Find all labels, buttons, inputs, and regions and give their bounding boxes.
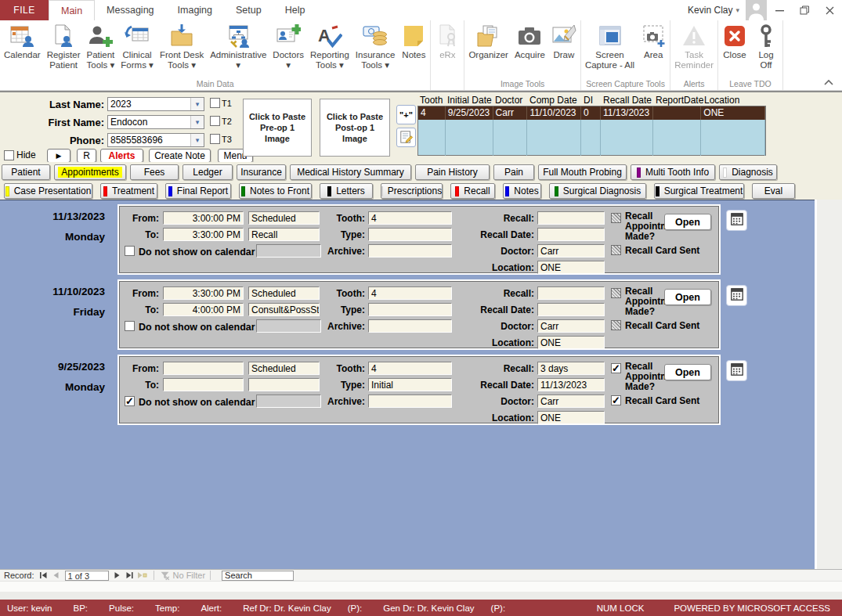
- screen-capture-area-button[interactable]: Area: [638, 20, 669, 71]
- location-field[interactable]: ONE: [537, 411, 605, 424]
- archive-field[interactable]: [368, 319, 452, 333]
- recall-card-sent-checkbox[interactable]: [611, 395, 621, 405]
- alerts-button[interactable]: Alerts: [100, 149, 143, 163]
- notes-button[interactable]: Notes: [398, 20, 429, 71]
- status-field[interactable]: Scheduled: [248, 286, 320, 300]
- from-time-field[interactable]: [163, 362, 244, 375]
- open-button[interactable]: Open: [664, 214, 711, 230]
- clinical-forms-button[interactable]: ClinicalForms ▾: [117, 20, 157, 71]
- preop-image-paste-box[interactable]: Click to Paste Pre-op 1 Image: [243, 99, 312, 157]
- screen-capture-all-button[interactable]: ScreenCapture - All: [582, 20, 638, 71]
- t2-checkbox[interactable]: [210, 116, 220, 126]
- collapse-ribbon-icon[interactable]: [823, 77, 834, 87]
- do-not-show-checkbox[interactable]: [125, 396, 135, 406]
- calendar-popup-button[interactable]: [726, 210, 747, 231]
- location-field[interactable]: ONE: [537, 336, 605, 349]
- recall-field[interactable]: [537, 211, 605, 225]
- tab-imaging[interactable]: Imaging: [166, 0, 224, 20]
- phone-combobox[interactable]: ▾: [107, 133, 204, 147]
- filter-icon[interactable]: [160, 571, 171, 580]
- appointment-kind-field[interactable]: Recall: [248, 228, 320, 241]
- tab-ledger[interactable]: Ledger: [182, 164, 233, 180]
- type-field[interactable]: Initial: [368, 378, 452, 391]
- restore-button[interactable]: [792, 0, 817, 20]
- doctor-field[interactable]: Carr: [537, 319, 605, 333]
- tooth-field[interactable]: 4: [368, 362, 452, 375]
- create-note-button[interactable]: Create Note: [149, 149, 211, 163]
- draw-button[interactable]: Draw: [548, 20, 580, 71]
- do-not-show-checkbox[interactable]: [125, 246, 135, 256]
- table-row-selected[interactable]: 4 9/25/2023 Carr 11/10/2023 0 11/13/2023…: [418, 106, 765, 120]
- tab-surgical-diagnosis[interactable]: Surgical Diagnosis: [549, 183, 646, 199]
- record-position-box[interactable]: 1 of 3: [65, 571, 109, 581]
- tab-pain-history[interactable]: Pain History: [415, 164, 490, 180]
- calendar-popup-button[interactable]: [726, 285, 747, 306]
- vertical-scrollbar-track[interactable]: [815, 200, 842, 581]
- minimize-button[interactable]: [767, 0, 792, 20]
- tab-treatment[interactable]: Treatment: [100, 183, 157, 199]
- reporting-tools-button[interactable]: A ReportingTools ▾: [307, 20, 352, 71]
- acquire-button[interactable]: Acquire: [511, 20, 548, 71]
- recall-card-sent-checkbox[interactable]: [611, 320, 621, 330]
- organizer-button[interactable]: Organizer: [465, 20, 511, 71]
- tab-recall[interactable]: Recall: [450, 183, 495, 199]
- chevron-down-icon[interactable]: ▾: [190, 134, 204, 146]
- recall-appointment-made-checkbox[interactable]: [611, 213, 621, 223]
- tab-prescriptions[interactable]: Prescriptions: [381, 183, 443, 199]
- tab-notes-to-front[interactable]: Notes to Front: [239, 183, 312, 199]
- chevron-down-icon[interactable]: ▾: [190, 116, 204, 128]
- tab-patient[interactable]: Patient: [2, 164, 50, 180]
- first-record-button[interactable]: [38, 571, 49, 580]
- location-field[interactable]: ONE: [537, 261, 605, 274]
- add-tooth-button[interactable]: "+": [396, 105, 416, 124]
- tooth-note-button[interactable]: [396, 128, 416, 147]
- hide-checkbox[interactable]: [4, 150, 14, 160]
- tab-surgical-treatment[interactable]: Surgical Treatment: [654, 183, 744, 199]
- no-filter-label[interactable]: No Filter: [173, 571, 206, 580]
- insurance-tools-button[interactable]: InsuranceTools ▾: [352, 20, 399, 71]
- doctors-button[interactable]: Doctors▾: [269, 20, 307, 71]
- recall-appointment-made-checkbox[interactable]: [611, 363, 621, 373]
- recall-field[interactable]: [537, 286, 605, 300]
- to-time-field[interactable]: 3:30:00 PM: [163, 228, 244, 241]
- archive-field[interactable]: [368, 394, 452, 408]
- type-field[interactable]: [368, 303, 452, 316]
- recall-date-field[interactable]: [537, 303, 605, 316]
- type-field[interactable]: [368, 228, 452, 241]
- tooth-field[interactable]: 4: [368, 286, 452, 300]
- archive-field[interactable]: [368, 244, 452, 258]
- expand-button[interactable]: ▶: [47, 149, 70, 163]
- file-tab[interactable]: FILE: [0, 0, 49, 20]
- recall-date-field[interactable]: [537, 228, 605, 241]
- from-time-field[interactable]: 3:30:00 PM: [163, 286, 244, 300]
- user-menu[interactable]: Kevin Clay: [688, 5, 732, 16]
- to-time-field[interactable]: 4:00:00 PM: [163, 303, 244, 316]
- first-name-combobox[interactable]: ▾: [107, 115, 204, 129]
- calendar-popup-button[interactable]: [726, 360, 747, 381]
- tab-main[interactable]: Main: [49, 0, 95, 20]
- chevron-down-icon[interactable]: ▾: [190, 98, 204, 110]
- appointment-kind-field[interactable]: Consult&PossSta: [248, 303, 320, 316]
- close-window-button[interactable]: [817, 0, 842, 20]
- open-button[interactable]: Open: [664, 364, 711, 380]
- tab-appointments[interactable]: Appointments: [54, 164, 126, 180]
- t1-checkbox[interactable]: [210, 98, 220, 108]
- to-time-field[interactable]: [163, 378, 244, 391]
- new-record-button[interactable]: [137, 571, 148, 580]
- open-button[interactable]: Open: [664, 289, 711, 305]
- doctor-field[interactable]: Carr: [537, 394, 605, 408]
- appointment-kind-field[interactable]: [248, 378, 320, 391]
- administrative-button[interactable]: Administrative▾: [207, 20, 269, 71]
- doctor-field[interactable]: Carr: [537, 244, 605, 258]
- calendar-button[interactable]: Calendar: [1, 20, 44, 71]
- patient-tools-button[interactable]: PatientTools ▾: [84, 20, 118, 71]
- from-time-field[interactable]: 3:00:00 PM: [163, 211, 244, 225]
- avatar[interactable]: [746, 0, 767, 20]
- last-record-button[interactable]: [125, 571, 136, 580]
- tab-medical-history-summary[interactable]: Medical History Summary: [290, 164, 411, 180]
- do-not-show-checkbox[interactable]: [125, 321, 135, 331]
- tab-notes[interactable]: Notes: [503, 183, 541, 199]
- recall-field[interactable]: 3 days: [537, 362, 605, 375]
- recall-card-sent-checkbox[interactable]: [611, 245, 621, 255]
- tab-final-report[interactable]: Final Report: [165, 183, 231, 199]
